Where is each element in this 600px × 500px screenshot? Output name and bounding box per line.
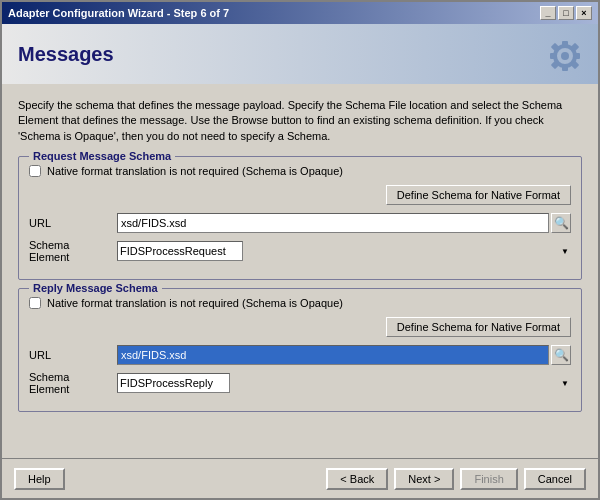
reply-section-legend: Reply Message Schema bbox=[29, 282, 162, 294]
request-schema-element-select-wrap: FIDSProcessRequest ▼ bbox=[117, 241, 571, 261]
request-define-schema-button[interactable]: Define Schema for Native Format bbox=[386, 185, 571, 205]
reply-url-row: URL 🔍 bbox=[29, 345, 571, 365]
request-url-input-wrap: 🔍 bbox=[117, 213, 571, 233]
wizard-window: Adapter Configuration Wizard - Step 6 of… bbox=[0, 0, 600, 500]
reply-checkbox-row: Native format translation is not require… bbox=[29, 297, 571, 309]
request-url-input[interactable] bbox=[117, 213, 549, 233]
svg-rect-3 bbox=[562, 64, 568, 71]
finish-button[interactable]: Finish bbox=[460, 468, 517, 490]
reply-define-btn-row: Define Schema for Native Format bbox=[29, 317, 571, 337]
wizard-footer: Help < Back Next > Finish Cancel bbox=[2, 458, 598, 498]
reply-search-icon: 🔍 bbox=[554, 348, 569, 362]
request-section-legend: Request Message Schema bbox=[29, 150, 175, 162]
description-text: Specify the schema that defines the mess… bbox=[18, 94, 582, 148]
header-banner: Messages bbox=[2, 24, 598, 84]
back-button[interactable]: < Back bbox=[326, 468, 388, 490]
footer-left: Help bbox=[14, 468, 326, 490]
maximize-button[interactable]: □ bbox=[558, 6, 574, 20]
request-define-btn-row: Define Schema for Native Format bbox=[29, 185, 571, 205]
title-bar: Adapter Configuration Wizard - Step 6 of… bbox=[2, 2, 598, 24]
close-button[interactable]: × bbox=[576, 6, 592, 20]
svg-rect-2 bbox=[562, 41, 568, 48]
minimize-button[interactable]: _ bbox=[540, 6, 556, 20]
reply-schema-element-select[interactable]: FIDSProcessReply bbox=[117, 373, 230, 393]
title-bar-controls: _ □ × bbox=[540, 6, 592, 20]
svg-rect-4 bbox=[550, 53, 557, 59]
request-schema-section: Request Message Schema Native format tra… bbox=[18, 156, 582, 280]
window-title: Adapter Configuration Wizard - Step 6 of… bbox=[8, 7, 229, 19]
page-title: Messages bbox=[18, 43, 114, 66]
help-button[interactable]: Help bbox=[14, 468, 65, 490]
reply-url-browse-button[interactable]: 🔍 bbox=[551, 345, 571, 365]
reply-schema-element-row: Schema Element FIDSProcessReply ▼ bbox=[29, 371, 571, 395]
request-schema-element-select[interactable]: FIDSProcessRequest bbox=[117, 241, 243, 261]
reply-select-arrow-icon: ▼ bbox=[561, 379, 569, 388]
reply-opaque-checkbox[interactable] bbox=[29, 297, 41, 309]
reply-schema-section: Reply Message Schema Native format trans… bbox=[18, 288, 582, 412]
reply-opaque-label: Native format translation is not require… bbox=[47, 297, 343, 309]
footer-right: < Back Next > Finish Cancel bbox=[326, 468, 586, 490]
next-button[interactable]: Next > bbox=[394, 468, 454, 490]
reply-url-input[interactable] bbox=[117, 345, 549, 365]
request-schema-element-row: Schema Element FIDSProcessRequest ▼ bbox=[29, 239, 571, 263]
reply-url-input-wrap: 🔍 bbox=[117, 345, 571, 365]
reply-url-label: URL bbox=[29, 349, 109, 361]
request-url-row: URL 🔍 bbox=[29, 213, 571, 233]
main-content: Specify the schema that defines the mess… bbox=[2, 84, 598, 458]
reply-define-schema-button[interactable]: Define Schema for Native Format bbox=[386, 317, 571, 337]
svg-point-1 bbox=[561, 52, 569, 60]
request-opaque-label: Native format translation is not require… bbox=[47, 165, 343, 177]
svg-rect-5 bbox=[573, 53, 580, 59]
request-opaque-checkbox[interactable] bbox=[29, 165, 41, 177]
reply-schema-element-select-wrap: FIDSProcessReply ▼ bbox=[117, 373, 571, 393]
request-url-browse-button[interactable]: 🔍 bbox=[551, 213, 571, 233]
cancel-button[interactable]: Cancel bbox=[524, 468, 586, 490]
request-url-label: URL bbox=[29, 217, 109, 229]
gear-icon bbox=[530, 28, 590, 83]
reply-schema-element-label: Schema Element bbox=[29, 371, 109, 395]
request-search-icon: 🔍 bbox=[554, 216, 569, 230]
request-checkbox-row: Native format translation is not require… bbox=[29, 165, 571, 177]
request-select-arrow-icon: ▼ bbox=[561, 247, 569, 256]
request-schema-element-label: Schema Element bbox=[29, 239, 109, 263]
